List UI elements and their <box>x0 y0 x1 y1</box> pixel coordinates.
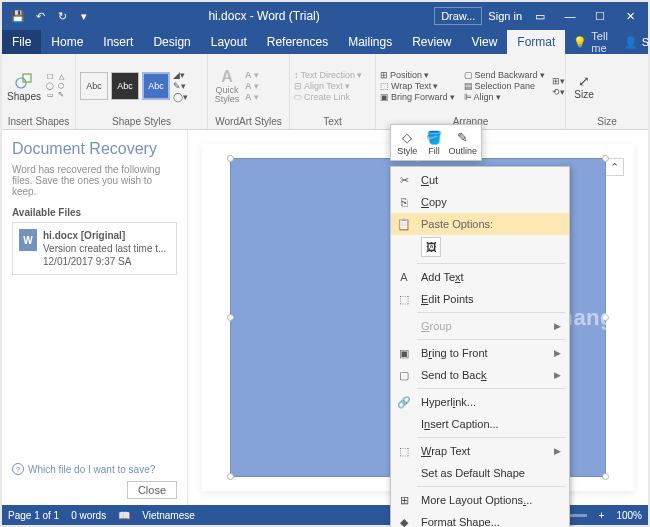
copy-icon: ⎘ <box>395 194 413 210</box>
svg-rect-1 <box>23 74 31 82</box>
group-shape-styles: Shape Styles <box>80 116 203 129</box>
shape-style-2[interactable]: Abc <box>111 72 139 100</box>
bring-front-icon: ▣ <box>395 345 413 361</box>
wrap-text-button[interactable]: ⬚ Wrap Text ▾ <box>380 81 455 91</box>
ctx-hyperlink[interactable]: 🔗Hyperlink... <box>391 391 569 413</box>
tab-design[interactable]: Design <box>143 30 200 54</box>
ribbon-options-icon[interactable]: ▭ <box>528 4 552 28</box>
create-link-button[interactable]: ⬭ Create Link <box>294 92 362 103</box>
ctx-paste-options: 📋Paste Options: <box>391 213 569 235</box>
send-back-icon: ▢ <box>395 367 413 383</box>
mini-fill-button[interactable]: 🪣 Fill <box>421 128 448 157</box>
tab-mailings[interactable]: Mailings <box>338 30 402 54</box>
tab-file[interactable]: File <box>2 30 41 54</box>
zoom-level[interactable]: 100% <box>616 510 642 521</box>
qat-dropdown-icon[interactable]: ▾ <box>74 6 94 26</box>
draw-button[interactable]: Draw... <box>434 7 482 25</box>
status-words[interactable]: 0 words <box>71 510 106 521</box>
shape-outline-button[interactable]: ✎▾ <box>173 81 188 91</box>
tab-home[interactable]: Home <box>41 30 93 54</box>
position-button[interactable]: ⊞ Position ▾ <box>380 70 455 80</box>
ctx-group: Group▶ <box>391 315 569 337</box>
zoom-in-button[interactable]: + <box>599 510 605 521</box>
quick-styles-button[interactable]: A Quick Styles <box>212 68 242 104</box>
svg-point-0 <box>16 78 26 88</box>
tab-insert[interactable]: Insert <box>93 30 143 54</box>
undo-icon[interactable]: ↶ <box>30 6 50 26</box>
ctx-wrap-text[interactable]: ⬚Wrap Text▶ <box>391 440 569 462</box>
align-text-button[interactable]: ⊟ Align Text ▾ <box>294 81 362 91</box>
ctx-send-to-back[interactable]: ▢Send to Back▶ <box>391 364 569 386</box>
mini-outline-button[interactable]: ✎ Outline <box>447 128 478 157</box>
cut-icon: ✂ <box>395 172 413 188</box>
mini-toolbar: ◇ Style 🪣 Fill ✎ Outline <box>390 124 482 161</box>
text-direction-button[interactable]: ↕ Text Direction ▾ <box>294 70 362 80</box>
tab-format[interactable]: Format <box>507 30 565 54</box>
tab-view[interactable]: View <box>462 30 508 54</box>
redo-icon[interactable]: ↻ <box>52 6 72 26</box>
outline-icon: ✎ <box>454 129 472 145</box>
window-title: hi.docx - Word (Trial) <box>94 9 434 23</box>
ctx-add-text[interactable]: AAdd Text <box>391 266 569 288</box>
group-text: Text <box>294 116 371 129</box>
status-language[interactable]: Vietnamese <box>142 510 195 521</box>
close-icon[interactable]: ✕ <box>618 4 642 28</box>
align-button[interactable]: ⊫ Align ▾ <box>464 92 545 102</box>
wrap-text-icon: ⬚ <box>395 443 413 459</box>
tab-references[interactable]: References <box>257 30 338 54</box>
maximize-icon[interactable]: ☐ <box>588 4 612 28</box>
titlebar: 💾 ↶ ↻ ▾ hi.docx - Word (Trial) Draw... S… <box>2 2 648 30</box>
layout-icon: ⊞ <box>395 492 413 508</box>
text-fill-button[interactable]: A▾ <box>245 70 259 80</box>
group-wordart-styles: WordArt Styles <box>212 116 285 129</box>
ctx-more-layout[interactable]: ⊞More Layout Options... <box>391 489 569 511</box>
status-page[interactable]: Page 1 of 1 <box>8 510 59 521</box>
signin-link[interactable]: Sign in <box>488 10 522 22</box>
hyperlink-icon: 🔗 <box>395 394 413 410</box>
paste-option-picture[interactable]: 🖼 <box>421 237 441 257</box>
ctx-edit-points[interactable]: ⬚Edit Points <box>391 288 569 310</box>
share-button[interactable]: 👤 Share <box>616 30 650 54</box>
size-button[interactable]: ⤢ Size <box>570 73 598 100</box>
add-text-icon: A <box>395 269 413 285</box>
save-icon[interactable]: 💾 <box>8 6 28 26</box>
ctx-bring-to-front[interactable]: ▣Bring to Front▶ <box>391 342 569 364</box>
group-insert-shapes: Insert Shapes <box>6 116 71 129</box>
shape-fill-button[interactable]: ◢▾ <box>173 70 188 80</box>
ctx-set-default-shape[interactable]: Set as Default Shape <box>391 462 569 484</box>
minimize-icon[interactable]: — <box>558 4 582 28</box>
ctx-insert-caption[interactable]: Insert Caption... <box>391 413 569 435</box>
ribbon-tabs: File Home Insert Design Layout Reference… <box>2 30 648 54</box>
tab-layout[interactable]: Layout <box>201 30 257 54</box>
shape-style-1[interactable]: Abc <box>80 72 108 100</box>
edit-points-icon: ⬚ <box>395 291 413 307</box>
context-menu: ✂CuCutt ⎘Copy 📋Paste Options: 🖼 AAdd Tex… <box>390 166 570 527</box>
ribbon: Shapes ☐△◯⬡▭✎ Insert Shapes Abc Abc Abc … <box>2 54 648 130</box>
paste-icon: 📋 <box>395 216 413 232</box>
ctx-copy[interactable]: ⎘Copy <box>391 191 569 213</box>
group-button[interactable]: ⊞▾ <box>552 76 565 86</box>
send-backward-button[interactable]: ▢ Send Backward ▾ <box>464 70 545 80</box>
shape-gallery-icon[interactable]: ☐△◯⬡▭✎ <box>45 73 67 99</box>
text-outline-button[interactable]: A▾ <box>245 81 259 91</box>
tab-review[interactable]: Review <box>402 30 461 54</box>
shape-style-3[interactable]: Abc <box>142 72 170 100</box>
ctx-format-shape[interactable]: ◆Format Shape... <box>391 511 569 527</box>
text-effects-button[interactable]: A▾ <box>245 92 259 102</box>
shape-effects-button[interactable]: ◯▾ <box>173 92 188 102</box>
ctx-cut[interactable]: ✂CuCutt <box>391 169 569 191</box>
mini-style-button[interactable]: ◇ Style <box>394 128 421 157</box>
status-proofing-icon[interactable]: 📖 <box>118 510 130 521</box>
style-icon: ◇ <box>398 129 416 145</box>
bring-forward-button[interactable]: ▣ Bring Forward ▾ <box>380 92 455 102</box>
shapes-button[interactable]: Shapes <box>6 71 42 102</box>
selection-pane-button[interactable]: ▤ Selection Pane <box>464 81 545 91</box>
group-size: Size <box>570 116 644 129</box>
fill-icon: 🪣 <box>425 129 443 145</box>
rotate-button[interactable]: ⟲▾ <box>552 87 565 97</box>
format-shape-icon: ◆ <box>395 514 413 527</box>
tellme-box[interactable]: 💡 Tell me <box>565 30 616 54</box>
